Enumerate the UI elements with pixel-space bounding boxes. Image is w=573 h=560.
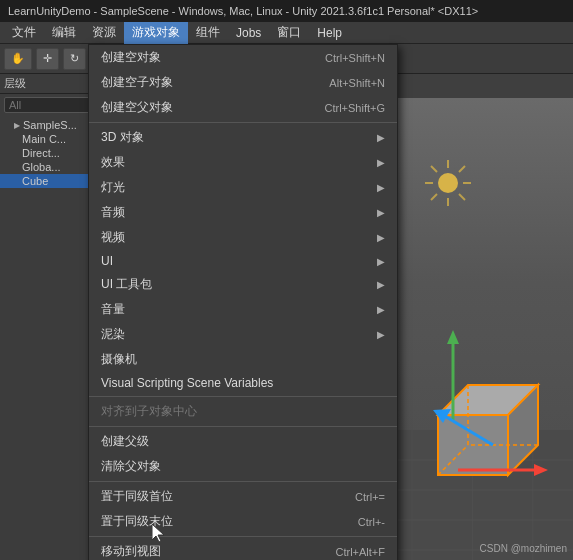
dd-arrow-icon: ▶ [377, 304, 385, 315]
svg-line-5 [431, 166, 437, 172]
hierarchy-label: 层级 [4, 76, 26, 91]
dd-label: 创建空对象 [101, 49, 161, 66]
menu-jobs[interactable]: Jobs [228, 22, 269, 44]
gizmo-z-arrow [433, 405, 513, 465]
watermark-text: CSDN @mozhimen [480, 543, 567, 554]
dd-arrow-icon: ▶ [377, 329, 385, 340]
dd-sep1 [89, 122, 397, 123]
dd-label: 置于同级首位 [101, 488, 173, 505]
dd-label: 灯光 [101, 179, 125, 196]
svg-marker-28 [447, 330, 459, 344]
svg-marker-32 [433, 409, 451, 423]
dd-arrow-icon: ▶ [377, 132, 385, 143]
dropdown-menu[interactable]: 创建空对象 Ctrl+Shift+N 创建空子对象 Alt+Shift+N 创建… [88, 44, 398, 560]
dd-item-3d-object[interactable]: 3D 对象 ▶ [89, 125, 397, 150]
menu-assets[interactable]: 资源 [84, 22, 124, 44]
dd-label: 对齐到子对象中心 [101, 403, 197, 420]
dd-item-volume[interactable]: 音量 ▶ [89, 297, 397, 322]
dd-item-audio[interactable]: 音频 ▶ [89, 200, 397, 225]
menu-edit[interactable]: 编辑 [44, 22, 84, 44]
svg-line-8 [431, 194, 437, 200]
dd-item-ui[interactable]: UI ▶ [89, 250, 397, 272]
dd-label: UI 工具包 [101, 276, 152, 293]
dd-item-move-last[interactable]: 置于同级末位 Ctrl+- [89, 509, 397, 534]
dd-sep4 [89, 481, 397, 482]
dd-item-clear-parent[interactable]: 清除父对象 [89, 454, 397, 479]
dd-shortcut: Ctrl+- [358, 516, 385, 528]
tree-item-label: Globa... [22, 161, 61, 173]
transform-rotate-btn[interactable]: ↻ [63, 48, 86, 70]
dd-sep2 [89, 396, 397, 397]
dd-item-move-first[interactable]: 置于同级首位 Ctrl+= [89, 484, 397, 509]
watermark: CSDN @mozhimen [480, 543, 567, 554]
tree-item-label: Direct... [22, 147, 60, 159]
dd-item-create-empty[interactable]: 创建空对象 Ctrl+Shift+N [89, 45, 397, 70]
dd-item-camera[interactable]: 摄像机 [89, 347, 397, 372]
dd-arrow-icon: ▶ [377, 182, 385, 193]
dd-shortcut: Ctrl+Shift+N [325, 52, 385, 64]
dd-shortcut: Alt+Shift+N [329, 77, 385, 89]
dd-item-create-parent[interactable]: 创建父级 [89, 429, 397, 454]
dd-item-visual-scripting[interactable]: Visual Scripting Scene Variables [89, 372, 397, 394]
dd-label: 创建空子对象 [101, 74, 173, 91]
dd-label: 泥染 [101, 326, 125, 343]
dd-label: 摄像机 [101, 351, 137, 368]
dd-shortcut: Ctrl+= [355, 491, 385, 503]
triangle-icon: ▶ [14, 121, 20, 130]
tree-item-label: Main C... [22, 133, 66, 145]
tree-item-label: Cube [22, 175, 48, 187]
dd-item-effects[interactable]: 效果 ▶ [89, 150, 397, 175]
dd-label: 清除父对象 [101, 458, 161, 475]
title-bar: LearnUnityDemo - SampleScene - Windows, … [0, 0, 573, 22]
dd-item-terrain[interactable]: 泥染 ▶ [89, 322, 397, 347]
menu-window[interactable]: 窗口 [269, 22, 309, 44]
sun-gizmo [423, 158, 473, 208]
tree-item-label: SampleS... [23, 119, 77, 131]
dd-label: UI [101, 254, 113, 268]
dd-arrow-icon: ▶ [377, 207, 385, 218]
menu-file[interactable]: 文件 [4, 22, 44, 44]
dd-sep3 [89, 426, 397, 427]
dd-label: 3D 对象 [101, 129, 144, 146]
dd-arrow-icon: ▶ [377, 157, 385, 168]
dd-label: 移动到视图 [101, 543, 161, 560]
svg-point-0 [438, 173, 458, 193]
svg-line-6 [459, 194, 465, 200]
svg-line-31 [443, 415, 493, 445]
dd-label: 置于同级末位 [101, 513, 173, 530]
menu-gameobject[interactable]: 游戏对象 [124, 22, 188, 44]
dd-sep5 [89, 536, 397, 537]
dd-shortcut: Ctrl+Alt+F [335, 546, 385, 558]
transform-move-btn[interactable]: ✛ [36, 48, 59, 70]
dd-item-create-empty-parent[interactable]: 创建空父对象 Ctrl+Shift+G [89, 95, 397, 120]
menu-bar: 文件 编辑 资源 游戏对象 组件 Jobs 窗口 Help [0, 22, 573, 44]
dd-item-move-to-view[interactable]: 移动到视图 Ctrl+Alt+F [89, 539, 397, 560]
dd-label: 效果 [101, 154, 125, 171]
dd-label: 创建父级 [101, 433, 149, 450]
dd-item-ui-toolkit[interactable]: UI 工具包 ▶ [89, 272, 397, 297]
dd-label: 创建空父对象 [101, 99, 173, 116]
dd-shortcut: Ctrl+Shift+G [324, 102, 385, 114]
dd-item-video[interactable]: 视频 ▶ [89, 225, 397, 250]
dd-item-lights[interactable]: 灯光 ▶ [89, 175, 397, 200]
svg-line-7 [459, 166, 465, 172]
dd-label: Visual Scripting Scene Variables [101, 376, 273, 390]
dd-arrow-icon: ▶ [377, 256, 385, 267]
svg-marker-30 [534, 464, 548, 476]
dd-item-create-empty-child[interactable]: 创建空子对象 Alt+Shift+N [89, 70, 397, 95]
dd-item-align-child[interactable]: 对齐到子对象中心 [89, 399, 397, 424]
menu-help[interactable]: Help [309, 22, 350, 44]
dd-label: 音量 [101, 301, 125, 318]
dd-label: 音频 [101, 204, 125, 221]
transform-hand-btn[interactable]: ✋ [4, 48, 32, 70]
menu-component[interactable]: 组件 [188, 22, 228, 44]
title-text: LearnUnityDemo - SampleScene - Windows, … [8, 5, 478, 17]
dd-arrow-icon: ▶ [377, 279, 385, 290]
dd-arrow-icon: ▶ [377, 232, 385, 243]
dd-label: 视频 [101, 229, 125, 246]
